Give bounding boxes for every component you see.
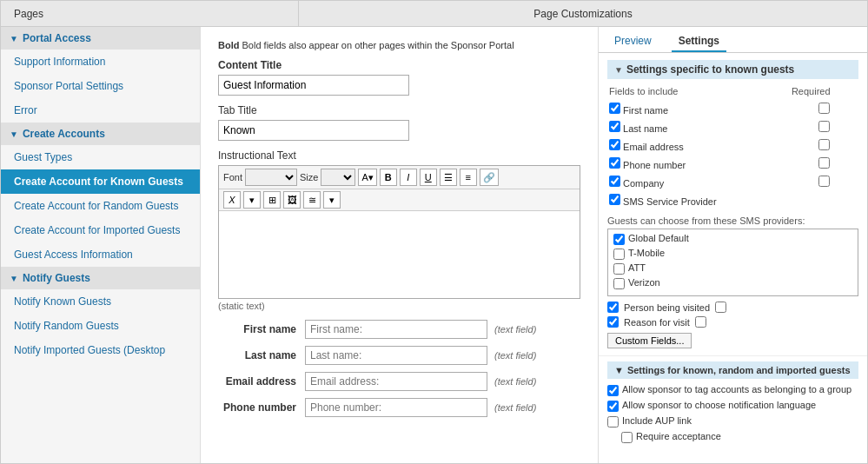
field-row-email-setting: Email address — [609, 137, 857, 154]
field-row-first-name: First name (text field) — [218, 320, 580, 339]
tab-preview[interactable]: Preview — [607, 31, 659, 52]
sidebar-item-guest-access-information[interactable]: Guest Access Information — [1, 242, 200, 267]
bold-btn[interactable]: B — [380, 169, 397, 186]
email-required-checkbox[interactable] — [818, 139, 830, 150]
portal-access-arrow: ▼ — [10, 34, 18, 43]
content-title-section: Content Title — [218, 59, 580, 96]
require-acceptance-checkbox[interactable] — [621, 432, 633, 443]
tag-accounts-checkbox[interactable] — [607, 385, 619, 396]
notify-guests-arrow: ▼ — [10, 274, 18, 283]
sidebar-item-sponsor-portal-settings[interactable]: Sponsor Portal Settings — [1, 74, 200, 98]
first-name-include-checkbox[interactable] — [609, 103, 620, 114]
sms-verizon-checkbox[interactable] — [613, 278, 625, 289]
sidebar-section-portal-access[interactable]: ▼ Portal Access — [1, 27, 200, 50]
source-btn[interactable]: ≅ — [303, 191, 321, 209]
sidebar-item-create-account-known-guests[interactable]: Create Account for Known Guests — [1, 169, 200, 194]
sms-att-checkbox[interactable] — [613, 263, 625, 275]
phone-input[interactable] — [305, 398, 487, 417]
sidebar-item-notify-random-guests[interactable]: Notify Random Guests — [1, 314, 200, 338]
field-row-sms-setting: SMS Service Provider — [609, 192, 857, 209]
settings-known-guests-header: ▼ Settings specific to known guests — [607, 60, 858, 79]
fields-to-include-header: Fields to include — [609, 86, 790, 99]
field-row-phone: Phone number (text field) — [218, 398, 580, 417]
field-row-first-name-setting: First name — [609, 101, 857, 117]
italic-btn[interactable]: I — [400, 169, 417, 186]
custom-fields-button[interactable]: Custom Fields... — [607, 333, 692, 348]
font-select[interactable] — [245, 169, 297, 186]
rte-body[interactable] — [219, 211, 580, 298]
email-include-checkbox[interactable] — [609, 139, 620, 150]
email-type: (text field) — [494, 376, 536, 387]
person-being-visited-row: Person being visited — [607, 302, 858, 313]
last-name-label: Last name — [218, 349, 305, 361]
sidebar-item-error[interactable]: Error — [1, 98, 200, 123]
ordered-list-btn[interactable]: ≡ — [460, 169, 477, 186]
field-row-email: Email address (text field) — [218, 372, 580, 391]
sms-include-checkbox[interactable] — [609, 194, 620, 205]
require-acceptance-row: Require acceptance — [621, 431, 858, 443]
company-include-checkbox[interactable] — [609, 176, 620, 187]
size-select[interactable] — [321, 169, 355, 186]
reason-visit-required-checkbox[interactable] — [695, 316, 706, 328]
right-panel-tabs: Preview Settings — [599, 27, 867, 53]
rte-toolbar-row1: Font Size A▾ B I U ☰ ≡ 🔗 — [219, 166, 580, 189]
settings-known-random-imported-section: ▼ Settings for known, random and importe… — [599, 355, 867, 452]
notification-language-checkbox[interactable] — [607, 401, 619, 412]
unordered-list-btn[interactable]: ☰ — [440, 169, 457, 186]
email-input[interactable] — [305, 372, 487, 391]
rte-toolbar-row2: X ▾ ⊞ 🖼 ≅ ▾ — [219, 189, 580, 211]
notification-language-row: Allow sponsor to choose notification lan… — [607, 400, 858, 412]
notify-guests-label: Notify Guests — [23, 272, 90, 284]
last-name-required-checkbox[interactable] — [818, 121, 830, 132]
field-row-last-name: Last name (text field) — [218, 346, 580, 365]
expand-btn[interactable]: ▾ — [243, 191, 261, 209]
font-color-btn[interactable]: A▾ — [358, 169, 376, 186]
person-visited-checkbox[interactable] — [607, 302, 619, 313]
sidebar-item-create-account-imported-guests[interactable]: Create Account for Imported Guests — [1, 218, 200, 242]
underline-btn[interactable]: U — [420, 169, 437, 186]
sidebar-item-support-information[interactable]: Support Information — [1, 50, 200, 74]
sms-global-default-checkbox[interactable] — [613, 234, 625, 245]
more-btn[interactable]: ▾ — [323, 191, 341, 209]
italic-x-btn[interactable]: X — [223, 191, 241, 209]
rte-static-label: (static text) — [218, 301, 580, 311]
image-btn[interactable]: 🖼 — [283, 191, 301, 209]
sms-att-row: ATT — [613, 262, 852, 275]
header-center-label: Page Customizations — [533, 8, 632, 20]
font-label: Font — [223, 172, 242, 182]
table-btn[interactable]: ⊞ — [263, 191, 281, 209]
first-name-required-checkbox[interactable] — [818, 103, 830, 114]
reason-visit-checkbox[interactable] — [607, 316, 619, 328]
phone-required-checkbox[interactable] — [818, 157, 830, 169]
instructional-text-label: Instructional Text — [218, 149, 580, 162]
sidebar-item-notify-imported-guests[interactable]: Notify Imported Guests (Desktop — [1, 338, 200, 362]
sidebar-section-create-accounts[interactable]: ▼ Create Accounts — [1, 123, 200, 145]
sidebar-item-notify-known-guests[interactable]: Notify Known Guests — [1, 289, 200, 314]
phone-type: (text field) — [494, 402, 536, 413]
sms-tmobile-checkbox[interactable] — [613, 249, 625, 260]
link-btn[interactable]: 🔗 — [480, 169, 499, 186]
known-random-arrow: ▼ — [614, 365, 624, 375]
sidebar-item-guest-types[interactable]: Guest Types — [1, 145, 200, 169]
tag-accounts-row: Allow sponsor to tag accounts as belongi… — [607, 384, 858, 396]
portal-access-label: Portal Access — [23, 32, 91, 44]
last-name-type: (text field) — [494, 350, 536, 361]
required-header: Required — [792, 86, 857, 99]
company-required-checkbox[interactable] — [818, 176, 830, 187]
content-note: Bold Bold fields also appear on other pa… — [218, 40, 580, 50]
sidebar-section-notify-guests[interactable]: ▼ Notify Guests — [1, 267, 200, 289]
first-name-input[interactable] — [305, 320, 487, 339]
sms-providers-label: Guests can choose from these SMS provide… — [607, 215, 858, 226]
first-name-type: (text field) — [494, 324, 536, 335]
fields-table: Fields to include Required First name La… — [607, 84, 858, 210]
phone-include-checkbox[interactable] — [609, 157, 620, 169]
last-name-input[interactable] — [305, 346, 487, 365]
settings-known-guests-section: ▼ Settings specific to known guests Fiel… — [599, 53, 867, 355]
last-name-include-checkbox[interactable] — [609, 121, 620, 132]
tab-title-input[interactable] — [218, 120, 409, 141]
include-aup-checkbox[interactable] — [607, 416, 619, 428]
sidebar-item-create-account-random-guests[interactable]: Create Account for Random Guests — [1, 194, 200, 218]
tab-settings[interactable]: Settings — [672, 31, 726, 52]
content-title-input[interactable] — [218, 75, 409, 96]
person-visited-required-checkbox[interactable] — [715, 302, 726, 313]
